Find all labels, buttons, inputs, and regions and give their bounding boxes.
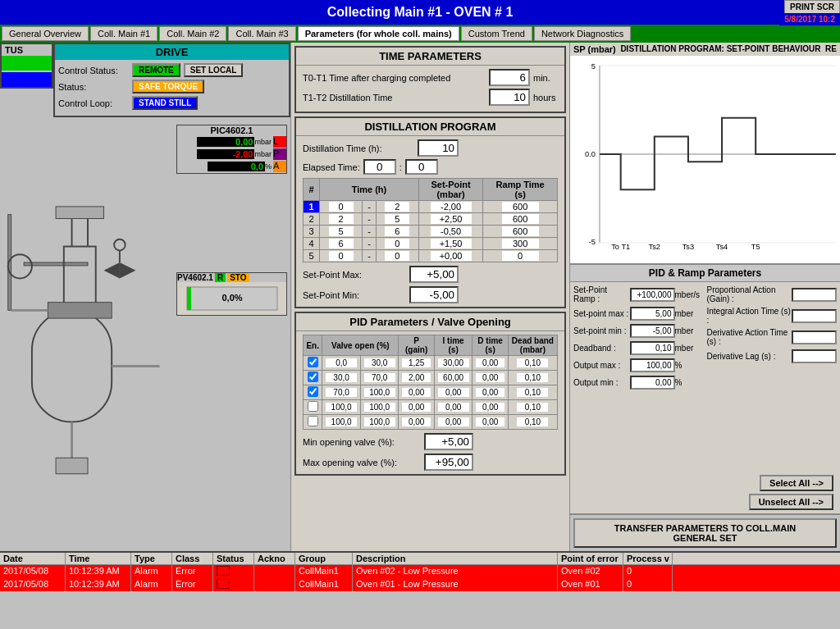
pic-row-1: 0,00 mbar L	[177, 136, 286, 148]
pid-p-cell[interactable]	[399, 356, 434, 371]
control-loop-label: Control Loop:	[58, 98, 132, 108]
prog-row-setpoint[interactable]	[418, 226, 483, 238]
prog-row-t1[interactable]	[320, 226, 363, 238]
dist-time-input[interactable]	[418, 139, 459, 157]
elapsed-input-2[interactable]	[405, 159, 438, 175]
alarm-row[interactable]: 2017/05/08 10:12:39 AM Alarm Error CollM…	[0, 565, 840, 578]
prog-row-ramp[interactable]	[483, 201, 558, 213]
ramp-left-input[interactable]	[630, 324, 675, 338]
pid-v2-cell[interactable]	[360, 371, 399, 385]
tab-coll-main-1[interactable]: Coll. Main #1	[90, 26, 158, 41]
tab-custom-trend[interactable]: Custom Trend	[461, 26, 532, 41]
unselect-all-button[interactable]: Unselect All -->	[749, 494, 833, 510]
pv-sto-indicator: STO	[227, 273, 249, 282]
pid-db-cell[interactable]	[508, 415, 557, 430]
pid-v2-cell[interactable]	[360, 400, 399, 415]
elapsed-input-1[interactable]	[363, 159, 396, 175]
ramp-left-field-row: Output min : %	[573, 376, 704, 390]
setpoint-min-input[interactable]	[409, 286, 459, 303]
pid-en-cell[interactable]	[304, 385, 322, 400]
pid-p-cell[interactable]	[399, 400, 434, 415]
app-header: Collecting Main #1 - OVEN # 1 PRINT SCR …	[0, 0, 840, 25]
tab-coll-main-3[interactable]: Coll. Main #3	[228, 26, 295, 41]
pid-db-cell[interactable]	[508, 356, 557, 371]
transfer-button[interactable]: TRANSFER PARAMETERS TO COLL.MAIN GENERAL…	[573, 518, 837, 548]
pid-p-cell[interactable]	[399, 385, 434, 400]
remote-button[interactable]: REMOTE	[132, 63, 180, 77]
pid-p-cell[interactable]	[399, 371, 434, 385]
stand-still-button[interactable]: STAND STILL	[132, 96, 198, 110]
pid-i-cell[interactable]	[434, 400, 472, 415]
prog-row-t2[interactable]	[376, 238, 418, 250]
prog-row-t2[interactable]	[376, 226, 418, 238]
t0t1-input[interactable]	[489, 69, 530, 86]
pid-i-cell[interactable]	[434, 356, 472, 371]
setpoint-max-input[interactable]	[409, 266, 459, 283]
pid-col-i: I time(s)	[434, 335, 472, 356]
pid-db-cell[interactable]	[508, 385, 557, 400]
prog-row-t1[interactable]	[320, 213, 363, 226]
svg-text:5: 5	[591, 62, 596, 71]
ramp-left-input[interactable]	[630, 307, 675, 321]
prog-row-t2[interactable]	[376, 213, 418, 226]
pid-table-body	[304, 356, 558, 430]
pid-d-cell[interactable]	[472, 415, 508, 430]
ramp-right-input[interactable]	[792, 309, 837, 323]
tab-network-diagnostics[interactable]: Network Diagnostics	[534, 26, 631, 41]
prog-row-ramp[interactable]	[483, 238, 558, 250]
ramp-left-input[interactable]	[630, 376, 675, 390]
prog-row-setpoint[interactable]	[418, 238, 483, 250]
ramp-left-input[interactable]	[630, 358, 675, 372]
prog-row-t1[interactable]	[320, 201, 363, 213]
alarm-row[interactable]: 2017/05/08 10:12:39 AM Alarm Error CollM…	[0, 578, 840, 591]
pid-v2-cell[interactable]	[360, 356, 399, 371]
t1t2-input[interactable]	[489, 89, 530, 106]
pid-db-cell[interactable]	[508, 371, 557, 385]
prog-row-t2[interactable]	[376, 250, 418, 262]
set-local-button[interactable]: SET LOCAL	[184, 63, 244, 77]
pid-d-cell[interactable]	[472, 371, 508, 385]
ramp-right-input[interactable]	[792, 330, 837, 344]
pid-d-cell[interactable]	[472, 400, 508, 415]
pid-en-cell[interactable]	[304, 400, 322, 415]
print-scr-button[interactable]: PRINT SCR	[784, 0, 840, 14]
prog-row-setpoint[interactable]	[418, 213, 483, 226]
pid-d-cell[interactable]	[472, 356, 508, 371]
select-all-button[interactable]: Select All -->	[760, 475, 833, 491]
pid-v1-cell[interactable]	[322, 400, 361, 415]
prog-row-ramp[interactable]	[483, 213, 558, 226]
ramp-right-input[interactable]	[792, 349, 837, 363]
prog-row-t1[interactable]	[320, 250, 363, 262]
prog-row-setpoint[interactable]	[418, 250, 483, 262]
prog-row-ramp[interactable]	[483, 226, 558, 238]
center-panel: TIME PARAMETERS T0-T1 Time after chargin…	[291, 43, 569, 551]
pid-v1-cell[interactable]	[322, 415, 361, 430]
prog-row-ramp[interactable]	[483, 250, 558, 262]
prog-row-t2[interactable]	[376, 201, 418, 213]
prog-row-setpoint[interactable]	[418, 201, 483, 213]
min-opening-input[interactable]	[424, 433, 473, 450]
safe-torque-button[interactable]: SAFE TORQUE	[132, 80, 204, 93]
pid-v1-cell[interactable]	[322, 356, 361, 371]
pid-p-cell[interactable]	[399, 415, 434, 430]
pid-db-cell[interactable]	[508, 400, 557, 415]
pid-d-cell[interactable]	[472, 385, 508, 400]
ramp-right-input[interactable]	[792, 288, 837, 302]
pid-en-cell[interactable]	[304, 415, 322, 430]
ramp-left-input[interactable]	[630, 341, 675, 355]
pid-en-cell[interactable]	[304, 371, 322, 385]
pid-v2-cell[interactable]	[360, 385, 399, 400]
pid-v1-cell[interactable]	[322, 385, 361, 400]
pid-i-cell[interactable]	[434, 371, 472, 385]
ramp-left-input[interactable]	[630, 288, 675, 302]
pid-i-cell[interactable]	[434, 385, 472, 400]
tab-general-overview[interactable]: General Overview	[2, 26, 89, 41]
pid-en-cell[interactable]	[304, 356, 322, 371]
tab-parameters[interactable]: Parameters (for whole coll. mains)	[298, 26, 459, 41]
max-opening-input[interactable]	[424, 454, 473, 471]
pid-v2-cell[interactable]	[360, 415, 399, 430]
pid-i-cell[interactable]	[434, 415, 472, 430]
tab-coll-main-2[interactable]: Coll. Main #2	[159, 26, 226, 41]
pid-v1-cell[interactable]	[322, 371, 361, 385]
prog-row-t1[interactable]	[320, 238, 363, 250]
